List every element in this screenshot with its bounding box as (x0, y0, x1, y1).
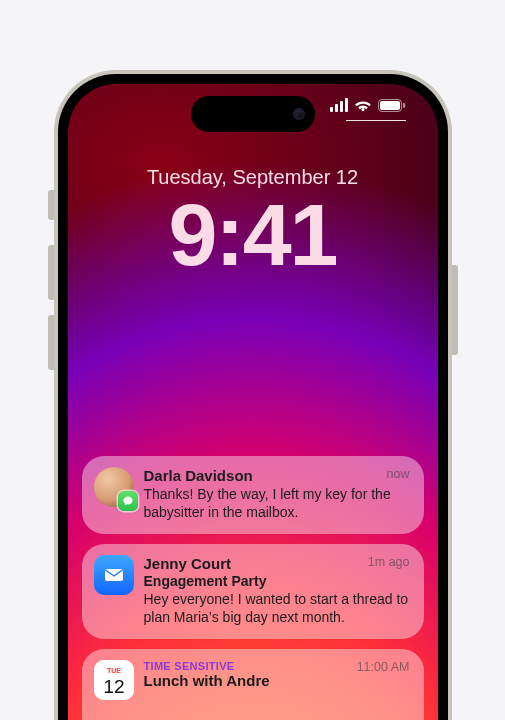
status-underline (346, 120, 406, 121)
side-button (452, 265, 458, 355)
front-camera (293, 108, 305, 120)
notification-title: Lunch with Andre (144, 672, 410, 689)
messages-app-icon (118, 491, 138, 511)
volume-up-button (48, 245, 54, 300)
lock-screen-time: 9:41 (68, 184, 438, 286)
svg-text:TUE: TUE (107, 667, 121, 674)
contact-avatar (94, 467, 134, 507)
volume-down-button (48, 315, 54, 370)
phone-bezel: Tuesday, September 12 9:41 Darla Davidso… (58, 74, 448, 720)
notification-sender: Jenny Court (144, 555, 232, 572)
cellular-signal-icon (330, 98, 348, 112)
notification-card[interactable]: Darla Davidson Thanks! By the way, I lef… (82, 456, 424, 534)
notification-card[interactable]: Jenny Court Engagement Party Hey everyon… (82, 544, 424, 639)
notification-body: Hey everyone! I wanted to start a thread… (144, 591, 410, 627)
notification-body: Thanks! By the way, I left my key for th… (144, 486, 410, 522)
notification-card[interactable]: TUE12 TIME SENSITIVE Lunch with Andre 11… (82, 649, 424, 720)
notification-sender: Darla Davidson (144, 467, 253, 484)
lock-screen[interactable]: Tuesday, September 12 9:41 Darla Davidso… (68, 84, 438, 720)
phone-frame: Tuesday, September 12 9:41 Darla Davidso… (54, 70, 452, 720)
notification-timestamp: 1m ago (368, 555, 410, 569)
notification-stack: Darla Davidson Thanks! By the way, I lef… (82, 456, 424, 720)
svg-rect-2 (403, 103, 405, 108)
battery-icon (378, 99, 406, 112)
notification-timestamp: now (387, 467, 410, 481)
mute-switch (48, 190, 54, 220)
notification-timestamp: 11:00 AM (357, 660, 410, 674)
dynamic-island[interactable] (191, 96, 315, 132)
notification-subject: Engagement Party (144, 573, 410, 589)
wifi-icon (354, 99, 372, 112)
svg-text:12: 12 (103, 676, 124, 697)
mail-app-icon (94, 555, 134, 595)
calendar-app-icon: TUE12 (94, 660, 134, 700)
svg-rect-1 (380, 101, 400, 110)
status-bar (330, 98, 406, 112)
